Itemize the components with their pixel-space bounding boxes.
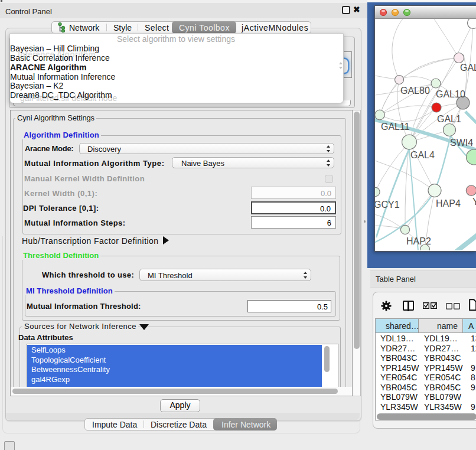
svg-text:SWI4: SWI4 bbox=[450, 138, 473, 148]
svg-text:HAP2: HAP2 bbox=[406, 236, 431, 246]
svg-text:GAL7: GAL7 bbox=[460, 63, 476, 73]
svg-text:Y: Y bbox=[472, 197, 476, 207]
svg-text:GAL4: GAL4 bbox=[410, 150, 435, 160]
svg-text:GAL11: GAL11 bbox=[381, 122, 410, 132]
svg-text:GAL80: GAL80 bbox=[400, 86, 430, 96]
svg-text:HAP4: HAP4 bbox=[436, 198, 461, 208]
svg-text:GAL1: GAL1 bbox=[437, 114, 461, 124]
svg-text:GAL10: GAL10 bbox=[436, 89, 465, 99]
svg-text:GCY1: GCY1 bbox=[375, 200, 400, 210]
